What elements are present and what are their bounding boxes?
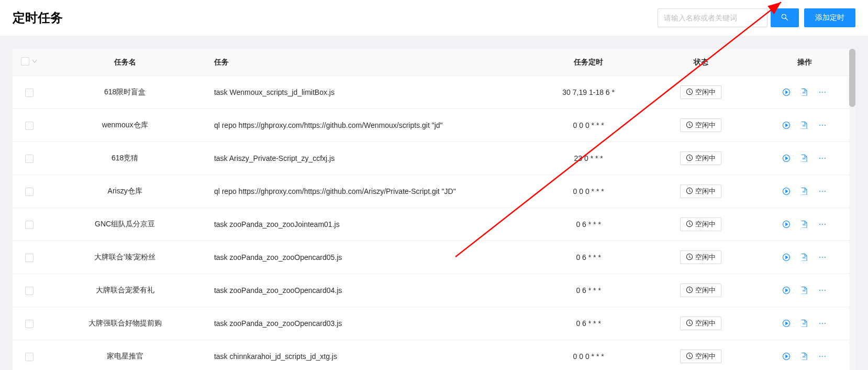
cell-status: 空闲中 [648,109,754,142]
clock-icon [686,286,693,295]
status-badge: 空闲中 [680,350,721,363]
search-wrap [658,8,799,27]
log-icon[interactable] [800,286,808,295]
table-header-row: 任务名 任务 任务定时 状态 操作 [13,49,855,76]
cell-cron: 0 6 * * * [529,274,647,307]
table-row: GNC组队瓜分京豆 task zooPanda_zoo_zooJointeam0… [13,208,855,241]
status-text: 空闲中 [695,154,716,163]
more-icon[interactable] [818,319,827,328]
table-container: 任务名 任务 任务定时 状态 操作 618限时盲盒 task Wenmoux_s… [13,49,855,370]
more-icon[interactable] [818,220,827,229]
status-text: 空闲中 [695,220,716,229]
cell-task: task zooPanda_zoo_zooOpencard04.js [204,274,530,307]
cell-cron: 23 0 * * * [529,142,647,175]
log-icon[interactable] [800,88,808,96]
log-icon[interactable] [800,352,808,361]
cell-name: Ariszy仓库 [46,175,204,208]
status-badge: 空闲中 [680,317,721,330]
header-name: 任务名 [46,49,204,76]
more-icon[interactable] [818,154,827,163]
cell-cron: 0 6 * * * [529,241,647,274]
cell-status: 空闲中 [648,340,754,371]
log-icon[interactable] [800,154,808,162]
cell-status: 空闲中 [648,274,754,307]
run-icon[interactable] [782,154,791,162]
cell-cron: 0 0 0 * * * [529,340,647,371]
run-icon[interactable] [782,253,791,262]
cell-task: ql repo https://ghproxy.com/https://gith… [204,109,530,142]
row-checkbox[interactable] [25,320,34,328]
cell-name: 家电星推官 [46,340,204,371]
row-checkbox[interactable] [25,221,34,229]
add-task-button[interactable]: 添加定时 [804,8,855,27]
clock-icon [686,253,693,262]
cell-ops [754,109,855,142]
log-icon[interactable] [800,319,808,328]
run-icon[interactable] [782,319,791,328]
select-all-checkbox[interactable] [21,57,29,66]
status-text: 空闲中 [695,319,716,328]
clock-icon [686,352,693,361]
row-checkbox[interactable] [25,353,34,361]
header-status: 状态 [648,49,754,76]
more-icon[interactable] [818,352,827,361]
log-icon[interactable] [800,121,808,129]
table-row: 618竞猜 task Ariszy_Private-Script_zy_ccfx… [13,142,855,175]
cell-ops [754,340,855,371]
header-checkbox-cell [13,49,46,76]
cell-ops [754,241,855,274]
cell-name: 大牌强联合好物提前购 [46,307,204,340]
cell-name: GNC组队瓜分京豆 [46,208,204,241]
log-icon[interactable] [800,187,808,195]
run-icon[interactable] [782,220,791,228]
run-icon[interactable] [782,286,791,295]
status-text: 空闲中 [695,121,716,130]
more-icon[interactable] [818,187,827,196]
more-icon[interactable] [818,88,827,97]
more-icon[interactable] [818,286,827,295]
search-icon [781,13,789,23]
more-icon[interactable] [818,253,827,262]
search-input[interactable] [658,8,767,27]
status-badge: 空闲中 [680,118,721,132]
row-checkbox[interactable] [25,122,34,130]
search-button[interactable] [771,8,799,27]
row-checkbox[interactable] [25,254,34,262]
add-task-label: 添加定时 [815,13,844,23]
run-icon[interactable] [782,352,791,361]
clock-icon [686,319,693,328]
scrollbar-track[interactable] [849,49,855,370]
scrollbar-thumb[interactable] [849,49,855,107]
cell-cron: 0 6 * * * [529,208,647,241]
header-cron: 任务定时 [529,49,647,76]
cell-status: 空闲中 [648,76,754,109]
task-table: 任务名 任务 任务定时 状态 操作 618限时盲盒 task Wenmoux_s… [13,49,855,370]
run-icon[interactable] [782,121,791,129]
cell-status: 空闲中 [648,307,754,340]
row-checkbox[interactable] [25,287,34,295]
header-ops: 操作 [754,49,855,76]
table-row: 大牌强联合好物提前购 task zooPanda_zoo_zooOpencard… [13,307,855,340]
run-icon[interactable] [782,88,791,96]
row-checkbox[interactable] [25,89,34,97]
log-icon[interactable] [800,220,808,228]
table-row: 大牌联合'臻'宠粉丝 task zooPanda_zoo_zooOpencard… [13,241,855,274]
page-title: 定时任务 [13,9,63,26]
clock-icon [686,88,693,97]
page-header: 定时任务 添加定时 [0,0,868,36]
status-badge: 空闲中 [680,217,721,231]
more-icon[interactable] [818,121,827,130]
table-row: wenmoux仓库 ql repo https://ghproxy.com/ht… [13,109,855,142]
header-task: 任务 [204,49,530,76]
row-checkbox[interactable] [25,155,34,163]
status-badge: 空闲中 [680,284,721,297]
status-text: 空闲中 [695,286,716,295]
row-checkbox[interactable] [25,188,34,196]
log-icon[interactable] [800,253,808,262]
chevron-down-icon[interactable] [31,58,38,64]
run-icon[interactable] [782,187,791,195]
cell-task: task chinnkarahoi_jd_scripts_jd_xtg.js [204,340,530,371]
status-badge: 空闲中 [680,151,721,165]
cell-name: wenmoux仓库 [46,109,204,142]
cell-name: 618竞猜 [46,142,204,175]
